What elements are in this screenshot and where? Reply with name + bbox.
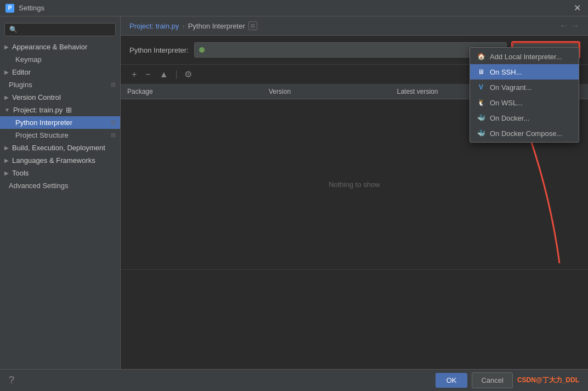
sidebar-item-label: Appearance & Behavior <box>12 43 87 51</box>
chevron-right-icon: ▶ <box>4 170 9 176</box>
content-header: Project: train.py › Python Interpreter ⊟… <box>121 16 588 36</box>
col-version: Version <box>262 84 391 99</box>
dropdown-item-label: On Docker... <box>490 114 529 122</box>
breadcrumb-separator: › <box>182 22 184 30</box>
add-package-button[interactable]: + <box>129 69 139 81</box>
remove-package-button[interactable]: − <box>143 69 152 81</box>
dropdown-item-local[interactable]: 🏠 Add Local Interpreter... <box>470 49 579 64</box>
titlebar-left: P Settings <box>5 4 44 13</box>
breadcrumb-project[interactable]: Project: train.py <box>129 22 179 30</box>
edit-icon: ⊞ <box>111 81 116 88</box>
dropdown-item-label: On Docker Compose... <box>490 129 562 138</box>
breadcrumb-edit-icon[interactable]: ⊟ <box>248 21 257 30</box>
dropdown-item-docker-compose[interactable]: 🐳 On Docker Compose... <box>470 126 579 141</box>
dropdown-item-wsl[interactable]: 🐧 On WSL... <box>470 95 579 110</box>
sidebar-item-label: Tools <box>12 169 29 177</box>
ssh-icon: 🖥 <box>477 67 485 76</box>
interpreter-select[interactable]: ▾ <box>194 42 507 58</box>
chevron-right-icon: ▶ <box>4 44 9 50</box>
help-icon[interactable]: ? <box>9 375 14 386</box>
watermark: CSDN@丁大力_DDL <box>517 376 579 385</box>
dropdown-item-label: On Vagrant... <box>490 83 532 92</box>
breadcrumb-page: Python Interpreter <box>188 22 245 30</box>
toolbar-separator <box>176 70 177 79</box>
dropdown-item-docker[interactable]: 🐳 On Docker... <box>470 110 579 126</box>
sidebar-item-label: Plugins <box>9 81 32 89</box>
chevron-right-icon: ▶ <box>4 157 9 163</box>
cancel-button[interactable]: Cancel <box>472 372 512 388</box>
bottom-actions: OK Cancel CSDN@丁大力_DDL <box>436 372 579 388</box>
sidebar-item-label: Editor <box>12 68 31 76</box>
status-dot <box>199 47 205 53</box>
sidebar-item-python-interpreter[interactable]: Python Interpreter ⊞ <box>0 116 120 129</box>
edit-icon: ⊞ <box>66 106 72 114</box>
edit-icon: ⊞ <box>111 119 116 126</box>
settings-package-button[interactable]: ⚙ <box>182 68 194 81</box>
dropdown-item-label: On WSL... <box>490 99 523 107</box>
sidebar-item-project[interactable]: ▼ Project: train.py ⊞ <box>0 104 120 116</box>
sidebar-item-project-structure[interactable]: Project Structure ⊞ <box>0 129 120 141</box>
sidebar-item-appearance[interactable]: ▶ Appearance & Behavior <box>0 41 120 53</box>
chevron-down-icon: ▼ <box>4 107 10 113</box>
ok-button[interactable]: OK <box>436 373 468 388</box>
bottom-bar: ? OK Cancel CSDN@丁大力_DDL <box>0 369 588 391</box>
sidebar-item-label: Version Control <box>12 93 61 101</box>
sidebar-item-editor[interactable]: ▶ Editor <box>0 66 120 78</box>
close-button[interactable]: ✕ <box>572 3 583 13</box>
dropdown-item-ssh[interactable]: 🖥 On SSH... <box>470 64 579 80</box>
main-layout: ▶ Appearance & Behavior Keymap ▶ Editor … <box>0 16 588 369</box>
sidebar-item-advanced-settings[interactable]: Advanced Settings <box>0 179 120 192</box>
sidebar-item-label: Build, Execution, Deployment <box>12 144 105 152</box>
docker-icon: 🐳 <box>477 114 485 122</box>
sidebar: ▶ Appearance & Behavior Keymap ▶ Editor … <box>0 16 121 369</box>
edit-icon: ⊞ <box>111 132 116 139</box>
interpreter-select-inner <box>199 47 205 53</box>
sidebar-item-label: Advanced Settings <box>9 182 68 190</box>
titlebar: P Settings ✕ <box>0 0 588 16</box>
sidebar-item-keymap[interactable]: Keymap <box>0 53 120 66</box>
sidebar-item-plugins[interactable]: Plugins ⊞ <box>0 78 120 91</box>
home-icon: 🏠 <box>477 52 485 61</box>
chevron-right-icon: ▶ <box>4 69 9 75</box>
sidebar-item-label: Languages & Frameworks <box>12 156 95 165</box>
sidebar-item-build[interactable]: ▶ Build, Execution, Deployment <box>0 141 120 154</box>
window-title: Settings <box>19 4 44 12</box>
sidebar-item-label: Project Structure <box>15 131 69 139</box>
vagrant-icon: V <box>477 83 485 92</box>
app-icon: P <box>5 4 14 13</box>
chevron-right-icon: ▶ <box>4 145 9 151</box>
content-area: Project: train.py › Python Interpreter ⊟… <box>121 16 588 369</box>
add-interpreter-dropdown: 🏠 Add Local Interpreter... 🖥 On SSH... V… <box>470 47 579 143</box>
nav-back-icon[interactable]: ← <box>559 21 568 31</box>
dropdown-item-label: Add Local Interpreter... <box>490 53 562 61</box>
wsl-icon: 🐧 <box>477 98 485 107</box>
search-input[interactable] <box>4 23 116 36</box>
breadcrumb: Project: train.py › Python Interpreter ⊟ <box>129 21 257 30</box>
sidebar-item-label: Keymap <box>15 55 42 64</box>
nav-forward-icon[interactable]: → <box>570 21 579 31</box>
sidebar-item-label: Python Interpreter <box>15 118 72 127</box>
upgrade-package-button[interactable]: ▲ <box>157 69 171 81</box>
dropdown-item-vagrant[interactable]: V On Vagrant... <box>470 80 579 95</box>
sidebar-item-tools[interactable]: ▶ Tools <box>0 167 120 179</box>
docker-compose-icon: 🐳 <box>477 129 485 138</box>
sidebar-item-label: Project: train.py <box>13 106 63 114</box>
dropdown-item-label: On SSH... <box>490 68 522 76</box>
interpreter-label: Python Interpreter: <box>129 46 189 54</box>
col-package: Package <box>121 84 262 99</box>
sidebar-item-version-control[interactable]: ▶ Version Control <box>0 91 120 104</box>
chevron-right-icon: ▶ <box>4 94 9 100</box>
sidebar-item-languages[interactable]: ▶ Languages & Frameworks <box>0 154 120 167</box>
navigation-arrows: ← → <box>559 21 579 31</box>
